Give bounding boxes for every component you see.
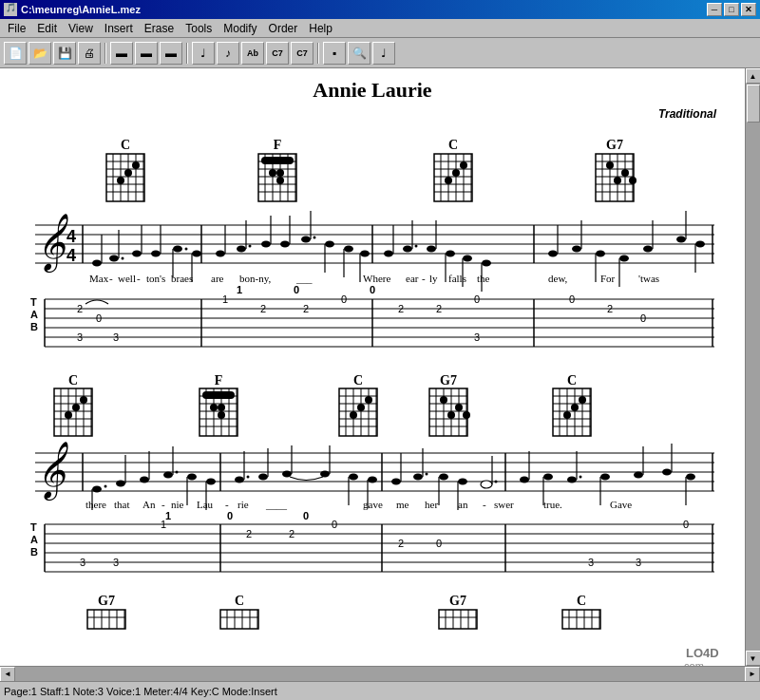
print-button[interactable]: 🖨 (78, 42, 101, 65)
tool-1[interactable]: ▬ (110, 42, 133, 65)
svg-text:0: 0 (294, 284, 299, 295)
svg-point-315 (567, 477, 577, 483)
svg-point-82 (151, 251, 161, 257)
note-eighth[interactable]: ♪ (217, 42, 239, 65)
svg-point-91 (237, 246, 246, 253)
note-quarter[interactable]: ♩ (192, 42, 215, 65)
svg-text:An: An (142, 499, 156, 510)
svg-rect-27 (261, 157, 294, 164)
svg-point-229 (350, 411, 357, 419)
svg-text:2: 2 (246, 528, 252, 539)
open-button[interactable]: 📂 (28, 42, 51, 65)
chord-c7-1[interactable]: C7 (266, 42, 289, 65)
close-button[interactable]: ✕ (741, 3, 756, 16)
svg-point-198 (65, 411, 72, 419)
svg-point-105 (360, 251, 370, 257)
toolbar-separator-2 (186, 43, 188, 64)
menu-order[interactable]: Order (263, 20, 304, 37)
menu-tools[interactable]: Tools (180, 20, 218, 37)
svg-text:3: 3 (77, 331, 83, 343)
svg-point-132 (695, 241, 705, 248)
scroll-right-button[interactable]: ► (745, 667, 760, 682)
menu-help[interactable]: Help (303, 20, 338, 37)
svg-text:0: 0 (640, 312, 646, 324)
svg-text:2: 2 (398, 303, 404, 314)
menu-view[interactable]: View (63, 20, 99, 37)
svg-text:F: F (215, 373, 223, 388)
svg-rect-375 (87, 610, 125, 629)
score-area[interactable]: Annie Laurie Traditional C (0, 68, 745, 666)
tool-2[interactable]: ▬ (135, 42, 158, 65)
svg-text:well: well (118, 273, 136, 284)
menu-file[interactable]: File (2, 20, 31, 37)
svg-text:-: - (225, 499, 229, 510)
svg-point-260 (563, 411, 571, 419)
minimize-button[interactable]: ─ (707, 3, 722, 16)
svg-point-297 (368, 477, 377, 483)
svg-point-272 (92, 486, 102, 493)
note-text[interactable]: Ab (241, 42, 264, 65)
svg-point-311 (520, 477, 529, 483)
svg-text:___: ___ (295, 273, 313, 284)
svg-text:-: - (109, 273, 113, 284)
svg-point-126 (619, 255, 629, 262)
svg-point-301 (413, 474, 423, 481)
scroll-down-button[interactable]: ▼ (746, 651, 761, 666)
svg-point-196 (80, 396, 87, 404)
zoom-button[interactable]: 🔍 (348, 42, 370, 65)
composer: Traditional (19, 107, 726, 121)
svg-text:dew,: dew, (548, 273, 568, 284)
svg-text:G7: G7 (98, 594, 115, 608)
svg-point-30 (276, 177, 284, 184)
menu-modify[interactable]: Modify (218, 20, 262, 37)
svg-text:bon-ny,: bon-ny, (239, 273, 271, 284)
tool-rect[interactable]: ▪ (323, 42, 346, 65)
svg-text:3: 3 (474, 331, 480, 343)
svg-text:C: C (68, 373, 78, 388)
chord-c7-2[interactable]: C7 (291, 42, 314, 65)
svg-text:1: 1 (161, 519, 166, 530)
svg-point-214 (218, 411, 225, 419)
svg-text:2: 2 (260, 303, 266, 314)
svg-point-288 (247, 476, 250, 479)
new-button[interactable]: 📄 (4, 42, 27, 65)
svg-text:.com: .com (681, 660, 704, 666)
statusbar: Page:1 Staff:1 Note:3 Voice:1 Meter:4/4 … (0, 681, 760, 700)
svg-point-94 (261, 241, 271, 248)
svg-point-43 (460, 161, 467, 169)
svg-text:C: C (567, 373, 577, 388)
svg-point-259 (571, 404, 579, 411)
titlebar: 🎵 C:\meunreg\AnnieL.mez ─ □ ✕ (0, 0, 760, 19)
svg-text:Max: Max (89, 273, 109, 284)
svg-point-59 (621, 169, 629, 177)
scroll-thumb[interactable] (747, 85, 760, 123)
titlebar-left: 🎵 C:\meunreg\AnnieL.mez (4, 3, 141, 16)
svg-text:F: F (274, 138, 282, 152)
save-button[interactable]: 💾 (53, 42, 76, 65)
svg-point-130 (676, 236, 686, 243)
tool-3[interactable]: ▬ (160, 42, 182, 65)
menu-insert[interactable]: Insert (99, 20, 139, 37)
svg-text:T: T (30, 296, 37, 308)
maximize-button[interactable]: □ (724, 3, 739, 16)
svg-text:falls: falls (448, 273, 466, 284)
svg-point-112 (427, 246, 436, 253)
svg-point-114 (446, 251, 455, 257)
svg-text:Where: Where (363, 273, 390, 284)
svg-point-299 (391, 479, 401, 485)
song-title: Annie Laurie (19, 78, 726, 103)
svg-text:C: C (235, 594, 244, 608)
svg-point-124 (596, 251, 605, 257)
note-whole[interactable]: ♩ (372, 42, 395, 65)
svg-point-310 (495, 481, 498, 483)
svg-text:𝄞: 𝄞 (36, 214, 68, 274)
menu-edit[interactable]: Edit (31, 20, 63, 37)
h-scroll-track (15, 667, 745, 681)
menu-erase[interactable]: Erase (139, 20, 180, 37)
svg-text:-: - (137, 273, 141, 284)
scroll-up-button[interactable]: ▲ (746, 68, 761, 84)
svg-point-120 (548, 251, 558, 257)
scroll-left-button[interactable]: ◄ (0, 667, 15, 682)
svg-point-118 (482, 260, 491, 267)
svg-text:nie: nie (171, 499, 184, 510)
